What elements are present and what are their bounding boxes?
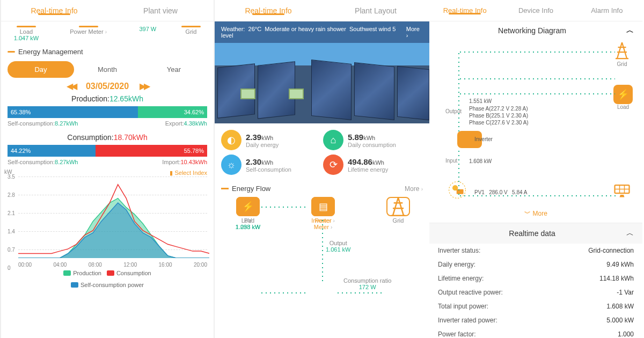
diagram-header[interactable]: Networking Diagram ︿ [429,21,642,40]
double-chevron-down-icon: ︾ [524,210,531,217]
phase-c: Phase C(227.6 V 2.30 A) [469,119,529,127]
meter-label: Power Meter [70,28,103,35]
tab-realtime[interactable]: Real-time Info [1,1,107,20]
tile-daily-energy: ◐ 2.39kWhDaily energy [221,130,321,150]
sync-icon: ⟳ [323,155,343,175]
realtime-row: Total input power:1.608 kW [429,299,642,313]
node-grid: Grid [382,197,414,224]
period-year[interactable]: Year [141,61,207,78]
tab-realtime2[interactable]: Real-time Info [215,1,322,20]
realtime-row: Output reactive power:-1 Var [429,285,642,299]
phase-a: Phase A(227.2 V 2.28 A) [469,105,528,113]
tile-lifetime-energy: ⟳ 494.86kWhLifetime energy [323,155,423,175]
chevron-up-icon: ︿ [626,229,634,238]
chart-legend: Production Consumption Self-consumption … [1,268,214,288]
d-node-pv [611,179,633,201]
networking-diagram: Grid ⚡ Load Inverter Output 1.551 kW Pha… [436,40,636,206]
svg-rect-3 [457,189,464,194]
production-bar: 65.38% 34.62% [8,106,207,118]
section-energy-mgmt: Energy Management [1,43,214,58]
tab-deviceinfo[interactable]: Device Info [500,1,571,20]
input-power: 1.608 kW [469,158,492,165]
tabs-p2: Real-time Info Plant Layout [215,0,429,21]
home-icon: ⌂ [323,130,343,150]
meter-icon: ▤ [311,197,335,216]
metric-tiles: ◐ 2.39kWhDaily energy ⌂ 5.89kWhDaily con… [215,123,429,179]
realtime-row: Inverter rated power:5.000 kW [429,313,642,327]
weather-more-link[interactable]: More › [406,26,423,39]
realtime-row: Daily energy:9.49 kWh [429,258,642,271]
realtime-data-header[interactable]: Realtime data ︿ [429,223,642,244]
d-node-inverter: Inverter [447,131,493,142]
chevron-right-icon: › [421,186,423,192]
weather-bar: Weather: 26°C Moderate or heavy rain sho… [215,21,429,43]
bolt-icon: ⚡ [613,85,633,104]
load-value: 1.047 kW [8,35,45,41]
grid-tower-icon [611,40,633,61]
tab-plantview[interactable]: Plant view [107,1,214,20]
output-power: 1.551 kW [469,98,492,105]
tab-realtime3[interactable]: Real-time Info [429,1,500,20]
chevron-right-icon: › [105,29,107,35]
d-node-load: ⚡ Load [613,85,633,110]
chevron-right-icon: › [406,32,408,39]
solar-panel-icon [611,179,633,201]
gauge-icon: ◐ [221,130,241,150]
d-node-grid: Grid [611,40,633,67]
energy-flow-diagram: ▦ PV 1.098 kW ▭ Inverter › ⚡ Load 1.233 … [221,197,423,326]
period-month[interactable]: Month [74,61,141,78]
tabs-p1: Real-time Info Plant view [1,0,214,21]
bulb-icon: ☼ [221,155,241,175]
period-day[interactable]: Day [8,61,74,78]
date-next-icon[interactable]: ▶▶ [140,81,148,91]
phase-b: Phase B(225.1 V 2.30 A) [469,112,528,120]
grid-label: Grid [175,28,207,35]
tab-plantlayout[interactable]: Plant Layout [322,1,429,20]
sun-panel-icon [447,179,468,201]
load-label: Load [8,28,45,35]
select-index-link[interactable]: ▮ Select Index [1,170,214,177]
chevron-up-icon: ︿ [626,26,634,35]
power-chart: kW 3.5 2.8 2.1 1.4 0.7 0 00:00 04:00 08:… [8,177,207,268]
tile-self-consumption: ☼ 2.30kWhSelf-consumption [221,155,321,175]
date-display[interactable]: 03/05/2020 [86,82,129,91]
mid-value: 397 W [131,26,164,32]
tile-daily-consumption: ⌂ 5.89kWhDaily consumption [323,130,423,150]
consumption-bar: 44.22% 55.78% [8,145,207,157]
realtime-row: Lifetime energy:114.18 kWh [429,271,642,285]
node-load: ⚡ Load 1.233 kW [232,197,264,230]
top-meters: Load 1.047 kW Power Meter › 397 W Grid [1,21,214,43]
plant-photo [215,43,429,123]
diagram-more-link[interactable]: ︾ More [429,206,642,223]
consumption-metric: Consumption:18.70kWh [1,133,214,142]
date-prev-icon[interactable]: ◀◀ [67,81,75,91]
production-metric: Production:12.65kWh [1,94,214,103]
tabs-p3: Real-time Info Device Info Alarm Info [429,0,642,21]
realtime-row: Inverter status:Grid-connection [429,244,642,258]
node-meter[interactable]: ▤ Power Meter › [307,197,339,230]
tab-alarminfo[interactable]: Alarm Info [572,1,642,20]
bolt-icon: ⚡ [236,197,260,216]
input-label: Input [445,158,457,164]
flow-title: Energy Flow [232,185,270,193]
grid-tower-icon [386,197,410,216]
period-selector: Day Month Year [8,61,207,78]
d-node-sun [447,179,468,201]
flow-more-link[interactable]: More › [405,185,423,193]
bookmark-icon: ▮ [170,170,173,177]
realtime-row: Power factor:1.000 [429,327,642,338]
